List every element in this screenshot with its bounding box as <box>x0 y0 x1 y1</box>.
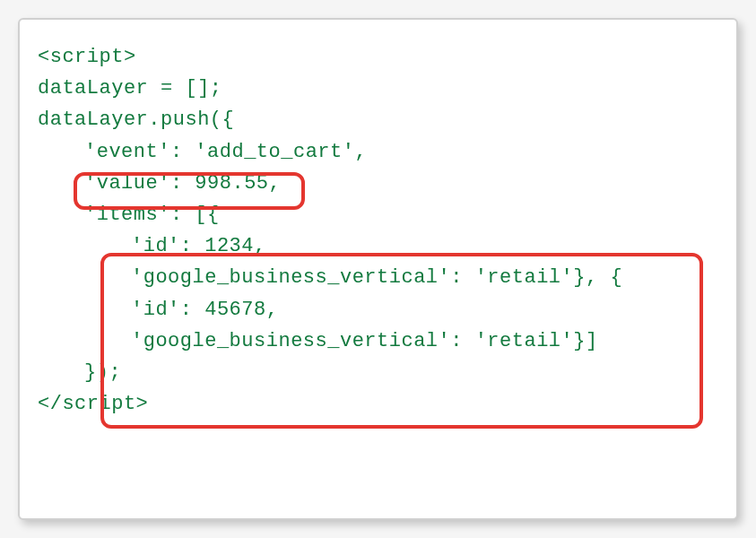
code-line-11: }); <box>38 357 718 388</box>
code-line-5: 'value': 998.55, <box>38 168 718 199</box>
code-line-10: 'google_business_vertical': 'retail'}] <box>38 325 718 357</box>
code-line-9: 'id': 45678, <box>38 294 718 325</box>
code-line-8: 'google_business_vertical': 'retail'}, { <box>38 262 718 293</box>
code-line-3: dataLayer.push({ <box>38 104 718 135</box>
code-line-6: 'items': [{ <box>38 199 718 230</box>
code-line-7: 'id': 1234, <box>38 230 718 262</box>
code-line-2: dataLayer = []; <box>38 73 718 104</box>
code-line-4: 'event': 'add_to_cart', <box>38 136 718 168</box>
code-line-1: <script> <box>38 41 718 73</box>
code-line-12: </script> <box>38 388 718 420</box>
code-snippet-container: <script> dataLayer = []; dataLayer.push(… <box>18 18 738 520</box>
